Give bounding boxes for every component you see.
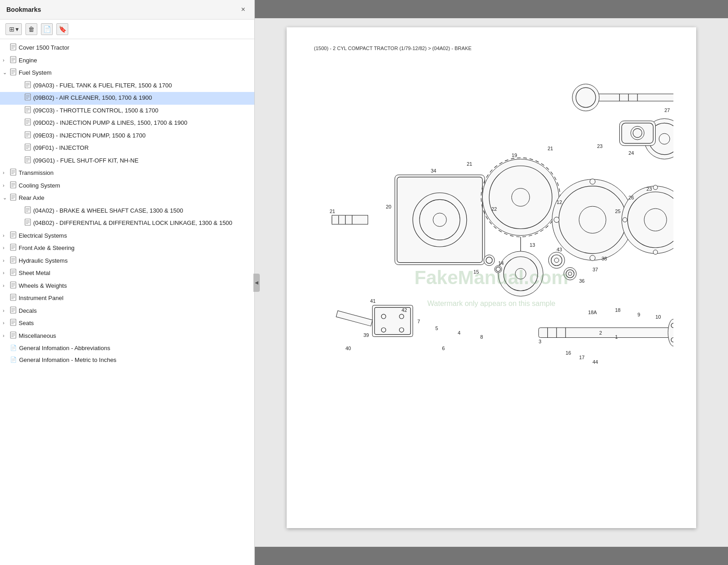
tree-label-fuel_09b02: (09B02) - AIR CLEANER, 1500, 1700 & 1900 [33,93,251,102]
tree-item-fuel_09f01[interactable]: (09F01) - INJECTOR [0,142,254,155]
tree-item-rear_axle[interactable]: ⌄Rear Axle [0,192,254,205]
tree-item-instrument[interactable]: Instrument Panel [0,292,254,305]
bookmark-item-icon [10,56,16,66]
svg-text:6: 6 [442,346,445,351]
tree-item-decals[interactable]: ›Decals [0,305,254,318]
svg-text:10: 10 [656,314,661,320]
svg-text:21: 21 [548,146,553,151]
svg-point-118 [590,255,595,261]
svg-point-116 [579,206,606,233]
tree-toggle-cooling: › [3,182,10,189]
toolbar-view-dropdown[interactable]: ⊞ ▾ [5,23,22,35]
tree-item-cover[interactable]: Cover 1500 Tractor [0,42,254,55]
bookmark-item-icon [25,81,31,91]
tree-item-rear_04a02[interactable]: (04A02) - BRAKE & WHEEL SHAFT CASE, 1300… [0,205,254,218]
tree-label-decals: Decals [19,306,251,316]
tree-label-instrument: Instrument Panel [19,294,251,303]
bookmarks-header: Bookmarks × [0,0,254,20]
bookmark-item-icon [10,306,16,316]
tree-label-cooling: Cooling System [19,181,251,190]
bookmark-item-icon [25,156,31,166]
collapse-panel-handle[interactable]: ◀ [253,274,260,292]
svg-point-153 [568,272,572,275]
tree-item-misc[interactable]: ›Miscellaneous [0,330,254,343]
tree-item-fuel_09c03[interactable]: (09C03) - THROTTLE CONTROL, 1500 & 1700 [0,105,254,117]
bookmark-item-icon [10,231,16,241]
svg-rect-143 [336,310,373,326]
pdf-diagram: .part { stroke: #222; stroke-width: 1.2;… [314,60,673,433]
bookmark-item-icon [10,319,16,329]
svg-point-150 [554,258,559,263]
tree-item-fuel_09a03[interactable]: (09A03) - FUEL TANK & FUEL FILTER, 1500 … [0,80,254,92]
tree-item-fuel_09b02[interactable]: (09B02) - AIR CLEANER, 1500, 1700 & 1900 [0,92,254,105]
tree-label-sheet_metal: Sheet Metal [19,269,251,278]
svg-text:21: 21 [467,161,472,167]
tree-toggle-fuel_system: ⌄ [3,69,10,76]
tree-label-fuel_system: Fuel System [19,68,251,77]
svg-text:17: 17 [579,355,585,360]
svg-text:16: 16 [566,350,571,356]
close-button[interactable]: × [238,5,248,15]
bookmark-item-icon [25,143,31,153]
svg-text:22: 22 [491,206,497,212]
bookmark-item-icon [10,331,16,341]
tree-item-seats[interactable]: ›Seats [0,317,254,330]
tree-item-gen_metric[interactable]: 📄General Infomation - Metric to Inches [0,354,254,366]
tree-item-gen_abbrev[interactable]: 📄General Infomation - Abbreviations [0,342,254,354]
toolbar-delete-button[interactable]: 🗑 [25,23,37,35]
new-page-icon: 📄 [43,25,51,33]
svg-text:2: 2 [599,330,602,336]
svg-text:1: 1 [615,334,618,340]
svg-rect-101 [332,215,368,224]
svg-text:34: 34 [431,168,436,173]
svg-point-117 [590,179,595,184]
tree-item-wheels[interactable]: ›Wheels & Weights [0,280,254,293]
svg-text:5: 5 [435,326,438,331]
tree-item-fuel_system[interactable]: ⌄Fuel System [0,67,254,80]
bookmark-item-icon [25,93,31,103]
tree-label-front_axle: Front Axle & Steering [19,244,251,253]
svg-text:3: 3 [539,339,541,344]
bookmark-item-icon [10,281,16,291]
svg-text:9: 9 [637,312,640,317]
tree-item-transmission[interactable]: ›Transmission [0,167,254,180]
tree-item-sheet_metal[interactable]: ›Sheet Metal [0,267,254,280]
svg-point-123 [644,209,667,231]
tree-label-gen_abbrev: General Infomation - Abbreviations [19,344,251,353]
tree-label-fuel_09e03: (09E03) - INJECTION PUMP, 1500 & 1700 [33,131,251,140]
svg-point-130 [659,133,670,144]
svg-text:23: 23 [647,186,652,192]
tree-label-engine: Engine [19,56,251,65]
svg-text:18: 18 [615,307,621,313]
tree-toggle-misc: › [3,332,10,340]
tree-item-fuel_09g01[interactable]: (09G01) - FUEL SHUT-OFF KIT, NH-NE [0,155,254,168]
tree-toggle-wheels: › [3,282,10,290]
tree-item-rear_04b02[interactable]: (04B02) - DIFFERENTIAL & DIFFERENTIAL LO… [0,217,254,230]
svg-text:43: 43 [556,247,562,252]
bookmark-item-icon [25,219,31,229]
svg-text:14: 14 [498,260,504,266]
tree-toggle-electrical: › [3,232,10,239]
tree-toggle-engine: › [3,56,10,64]
tree-label-fuel_09a03: (09A03) - FUEL TANK & FUEL FILTER, 1500 … [33,81,251,90]
pdf-viewer: (1500) - 2 CYL COMPACT TRACTOR (1/79-12/… [255,0,728,565]
tree-item-hydraulic[interactable]: ›Hydraulic Systems [0,255,254,268]
tree-item-engine[interactable]: ›Engine [0,55,254,67]
bookmarks-panel: Bookmarks × ⊞ ▾ 🗑 📄 🔖 Cover 1500 Tractor… [0,0,255,565]
tree-item-electrical[interactable]: ›Electrical Systems [0,230,254,243]
toolbar-new-bookmark-button[interactable]: 📄 [41,23,53,35]
tree-item-front_axle[interactable]: ›Front Axle & Steering [0,242,254,255]
panel-title: Bookmarks [6,6,41,13]
tree-item-fuel_09d02[interactable]: (09D02) - INJECTION PUMP & LINES, 1500, … [0,117,254,130]
tree-item-fuel_09e03[interactable]: (09E03) - INJECTION PUMP, 1500 & 1700 [0,130,254,143]
bookmark-item-icon [10,68,16,78]
tree-label-electrical: Electrical Systems [19,231,251,240]
svg-text:7: 7 [417,319,420,324]
tree-item-cooling[interactable]: ›Cooling System [0,180,254,193]
tree-label-rear_04a02: (04A02) - BRAKE & WHEEL SHAFT CASE, 1300… [33,206,251,215]
bookmark-item-icon [10,43,16,53]
tree-toggle-rear_axle: ⌄ [3,194,10,202]
svg-text:25: 25 [615,209,621,214]
svg-point-108 [512,188,530,207]
toolbar-bookmark-button[interactable]: 🔖 [56,23,68,35]
